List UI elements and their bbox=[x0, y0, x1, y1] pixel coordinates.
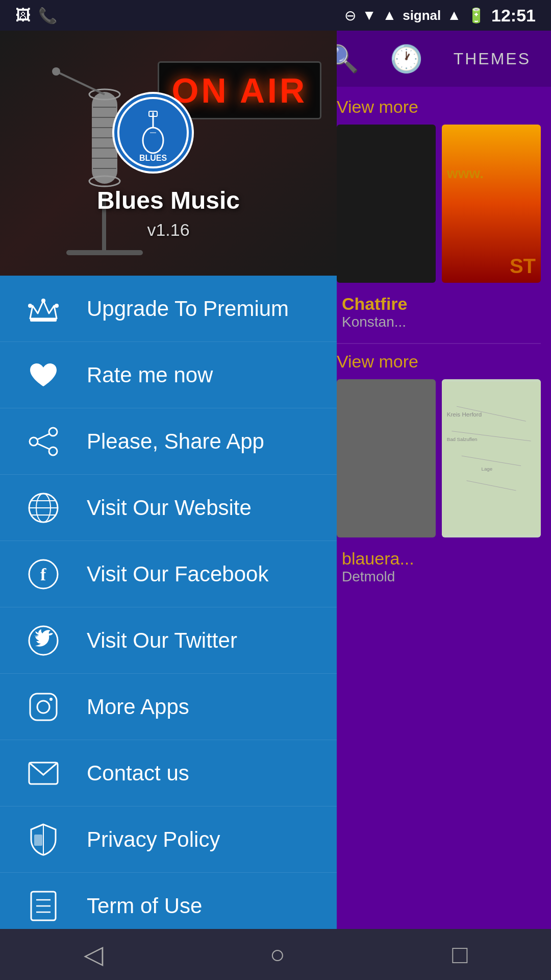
svg-point-48 bbox=[37, 701, 49, 713]
svg-rect-9 bbox=[66, 250, 143, 255]
phone-icon: 📞 bbox=[38, 7, 57, 24]
card-sti-text: ST bbox=[510, 255, 536, 278]
menu-item-share[interactable]: Please, Share App bbox=[0, 408, 337, 475]
website-label: Visit Our Website bbox=[87, 496, 252, 520]
svg-text:Lage: Lage bbox=[482, 466, 493, 472]
view-more-1[interactable]: View more bbox=[337, 97, 541, 117]
svg-point-21 bbox=[52, 67, 60, 76]
globe-icon bbox=[26, 490, 61, 526]
card-row-1: www. ST bbox=[337, 125, 541, 283]
recent-button[interactable]: □ bbox=[452, 940, 467, 969]
status-bar-left: 🖼 📞 bbox=[15, 7, 57, 24]
rate-label: Rate me now bbox=[87, 363, 213, 387]
twitter-label: Visit Our Twitter bbox=[87, 628, 237, 653]
instagram-icon bbox=[26, 689, 61, 725]
svg-line-20 bbox=[56, 71, 105, 94]
list-icon bbox=[26, 888, 61, 924]
photo-icon: 🖼 bbox=[15, 7, 31, 24]
card-gray[interactable] bbox=[337, 379, 436, 537]
upgrade-label: Upgrade To Premium bbox=[87, 297, 289, 321]
svg-point-32 bbox=[41, 299, 45, 303]
svg-point-49 bbox=[49, 698, 53, 701]
drawer-app-name: Blues Music bbox=[0, 186, 337, 214]
privacy-label: Privacy Policy bbox=[87, 827, 220, 852]
wifi-icon: ▼ bbox=[362, 7, 377, 23]
history-icon[interactable]: 🕐 bbox=[390, 43, 423, 75]
divider-1 bbox=[337, 343, 541, 344]
signal2-icon: ▲ bbox=[447, 7, 461, 23]
card-map[interactable]: Kreis Herford Bad Salzuflen Lage bbox=[442, 379, 541, 537]
contact-label: Contact us bbox=[87, 761, 189, 786]
menu-item-twitter[interactable]: Visit Our Twitter bbox=[0, 607, 337, 674]
svg-marker-29 bbox=[30, 301, 57, 318]
card-fire[interactable]: www. ST bbox=[442, 125, 541, 283]
facebook-label: Visit Our Facebook bbox=[87, 562, 268, 586]
menu-item-upgrade[interactable]: Upgrade To Premium bbox=[0, 276, 337, 342]
signal-icon: ▲ bbox=[382, 7, 396, 23]
svg-point-35 bbox=[30, 437, 38, 446]
svg-text:BLUES: BLUES bbox=[139, 154, 167, 162]
facebook-icon: f bbox=[26, 556, 61, 592]
svg-point-31 bbox=[28, 304, 32, 308]
svg-point-34 bbox=[49, 428, 57, 436]
battery-icon: 🔋 bbox=[467, 7, 485, 24]
moreapps-label: More Apps bbox=[87, 695, 189, 719]
drawer-version: v1.16 bbox=[0, 220, 337, 240]
do-not-disturb-icon: ⊖ bbox=[344, 7, 356, 24]
status-bar-right: ⊖ ▼ ▲ signal ▲ 🔋 12:51 bbox=[344, 6, 536, 26]
status-time: 12:51 bbox=[491, 6, 536, 26]
svg-text:Bad Salzuflen: Bad Salzuflen bbox=[447, 436, 478, 442]
on-air-text: ON AIR bbox=[172, 70, 307, 110]
right-panel: View more www. ST Chatfire Konstan... Vi… bbox=[327, 87, 551, 929]
view-more-2[interactable]: View more bbox=[337, 352, 541, 372]
svg-point-36 bbox=[49, 447, 57, 455]
svg-rect-47 bbox=[30, 694, 57, 720]
svg-text:Kreis Herford: Kreis Herford bbox=[447, 411, 482, 418]
shield-icon bbox=[26, 822, 61, 857]
chatfire-name: Chatfire bbox=[342, 294, 536, 314]
menu-item-facebook[interactable]: f Visit Our Facebook bbox=[0, 541, 337, 607]
blauer-section: blauerа... Detmold bbox=[337, 544, 541, 590]
svg-text:f: f bbox=[40, 565, 46, 584]
crown-icon bbox=[26, 291, 61, 327]
status-bar: 🖼 📞 ⊖ ▼ ▲ signal ▲ 🔋 12:51 bbox=[0, 0, 551, 31]
lte-label: signal bbox=[403, 8, 441, 23]
share-label: Please, Share App bbox=[87, 429, 264, 454]
svg-rect-52 bbox=[34, 835, 42, 846]
card-row-2: Kreis Herford Bad Salzuflen Lage bbox=[337, 379, 541, 537]
svg-line-37 bbox=[37, 434, 49, 439]
nav-bar: ◁ ○ □ bbox=[0, 929, 551, 980]
card-www-text: www. bbox=[447, 165, 484, 182]
blauer-name: blauerа... bbox=[342, 549, 536, 569]
svg-rect-0 bbox=[442, 382, 541, 535]
menu-item-rate[interactable]: Rate me now bbox=[0, 342, 337, 408]
svg-line-38 bbox=[37, 444, 49, 449]
terms-label: Term of Use bbox=[87, 894, 202, 918]
chatfire-sub: Konstan... bbox=[342, 314, 536, 330]
blues-logo: BLUES bbox=[112, 92, 194, 174]
twitter-icon bbox=[26, 623, 61, 658]
detmold-name: Detmold bbox=[342, 569, 536, 585]
menu-item-contact[interactable]: Contact us bbox=[0, 740, 337, 806]
email-icon bbox=[26, 755, 61, 791]
svg-point-33 bbox=[55, 304, 59, 308]
themes-label: THEMES bbox=[454, 50, 531, 68]
back-button[interactable]: ◁ bbox=[84, 940, 103, 969]
menu-item-privacy[interactable]: Privacy Policy bbox=[0, 806, 337, 873]
menu-item-moreapps[interactable]: More Apps bbox=[0, 674, 337, 740]
menu-item-website[interactable]: Visit Our Website bbox=[0, 475, 337, 541]
heart-icon bbox=[26, 357, 61, 393]
chatfire-section: Chatfire Konstan... bbox=[337, 289, 541, 335]
share-icon bbox=[26, 424, 61, 459]
home-button[interactable]: ○ bbox=[270, 940, 285, 969]
drawer-header: ON AIR BLUES Blues Music v1.16 bbox=[0, 31, 337, 276]
menu-list: Upgrade To Premium Rate me now bbox=[0, 276, 337, 939]
svg-rect-30 bbox=[30, 318, 57, 322]
card-1[interactable] bbox=[337, 125, 436, 283]
drawer: ON AIR BLUES Blues Music v1.16 bbox=[0, 31, 337, 980]
